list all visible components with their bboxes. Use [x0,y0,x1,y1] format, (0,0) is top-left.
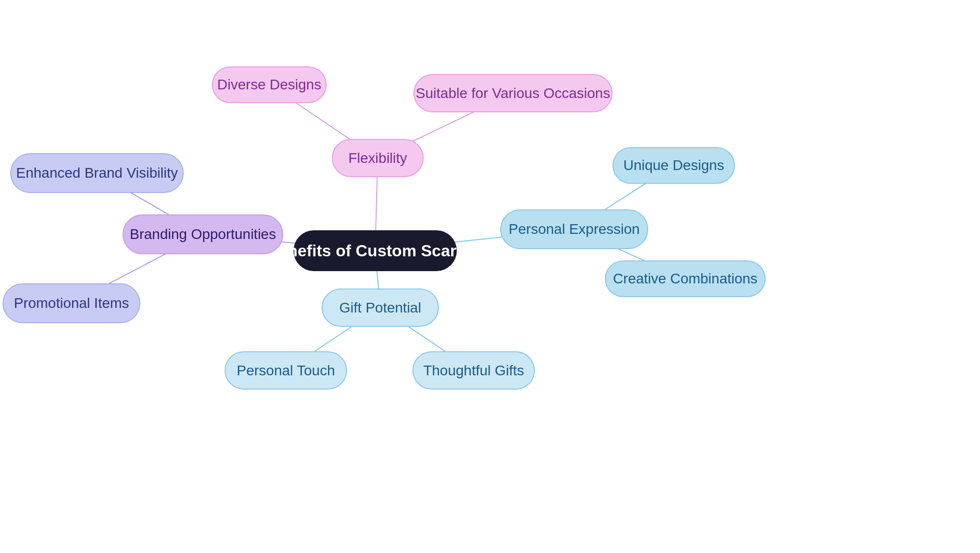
thoughtful-gifts-node: Thoughtful Gifts [412,351,535,390]
personal-expression-node: Personal Expression [500,209,648,249]
personal-touch-node: Personal Touch [225,351,347,390]
enhanced-brand-visibility-node: Enhanced Brand Visibility [10,153,184,193]
gift-potential-node: Gift Potential [322,288,439,327]
promotional-items-node: Promotional Items [3,283,140,323]
creative-combinations-node: Creative Combinations [605,260,766,297]
diverse-designs-node: Diverse Designs [212,66,327,103]
branding-opportunities-node: Branding Opportunities [122,214,283,254]
unique-designs-node: Unique Designs [612,147,735,184]
suitable-occasions-node: Suitable for Various Occasions [413,74,612,112]
center-node: Benefits of Custom Scarves [293,230,457,271]
flexibility-node: Flexibility [332,139,424,177]
